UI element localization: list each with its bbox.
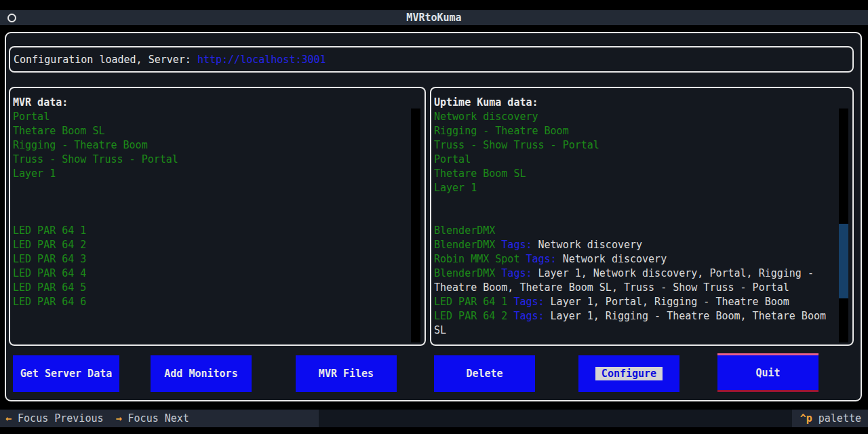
kuma-list-item: Layer 1 [434,181,852,195]
kuma-text-segment: BlenderDMX [434,224,495,237]
kuma-text-segment: Network discovery [538,239,643,251]
footer-binding-label: Focus Previous [18,412,103,425]
footer-binding-label: Focus Next [128,412,189,425]
mvr-list-item: LED PAR 64 6 [13,295,425,309]
app-title: MVRtoKuma [0,10,868,25]
footer-bar: ← Focus Previous→ Focus Next ^p palette [0,410,868,427]
kuma-text-segment: Truss - Show Truss - Portal [434,139,599,151]
kuma-text-segment: Portal [434,153,471,165]
kuma-text-segment: Rigging - Theatre Boom [434,125,569,137]
kuma-text-segment: BlenderDMX [434,267,501,279]
kuma-list-item: Robin MMX Spot Tags: Network discovery [434,252,852,267]
quit-button[interactable]: Quit [717,353,818,392]
kuma-scrollbar[interactable] [839,108,848,342]
kuma-list-item: LED PAR 64 2 Tags: Layer 1, Rigging - Th… [434,309,852,323]
kuma-scrollbar-thumb[interactable] [839,224,848,298]
footer-binding-focus-previous[interactable]: ← Focus Previous [5,412,104,425]
kuma-list-item [434,210,852,224]
server-url-link[interactable]: http://localhost:3001 [197,54,326,66]
kuma-text-segment: LED PAR 64 2 [434,310,513,322]
tags-label: Tags: [526,253,562,265]
button-label: MVR Files [319,368,374,380]
kuma-list-item [434,195,852,210]
kuma-list-item: BlenderDMX Tags: Network discovery [434,238,852,252]
mvr-list-item: LED PAR 64 3 [13,252,425,267]
mvr-list-item: Portal [13,110,425,124]
mvr-list-item: Rigging - Theatre Boom [13,138,425,153]
footer-key-bindings: ← Focus Previous→ Focus Next [0,410,319,427]
command-palette-button[interactable]: ^p palette [792,410,868,427]
configure-button[interactable]: Configure [578,353,679,392]
mvr-list-item [13,181,425,195]
kuma-list-item: SL [434,323,852,338]
mvr-list-item [13,210,425,224]
mvr-files-button[interactable]: MVR Files [296,353,397,392]
mvr-panel-title: MVR data: [13,96,425,110]
button-label: Get Server Data [20,368,112,380]
kuma-list-item: BlenderDMX [434,224,852,238]
kuma-list-item: Network discovery [434,110,852,124]
delete-button[interactable]: Delete [434,353,535,392]
kuma-text-segment: Network discovery [563,253,667,265]
kuma-list-item: Thetare Boom SL [434,167,852,181]
mvr-list-item: Layer 1 [13,167,425,181]
status-label: Configuration loaded, Server: [14,54,197,66]
tags-label: Tags: [513,310,550,322]
mvr-list-item: LED PAR 64 2 [13,238,425,252]
kuma-text-segment: Layer 1, Rigging - Theatre Boom, Thetare… [551,310,826,322]
tags-label: Tags: [501,267,538,279]
mvr-list-item [13,195,425,210]
kuma-text-segment: SL [434,324,446,336]
kuma-list-item: Portal [434,153,852,167]
kuma-list-item: BlenderDMX Tags: Layer 1, Network discov… [434,267,852,281]
button-label: Quit [755,367,780,379]
kuma-text-segment: BlenderDMX [434,239,501,251]
kuma-list-item: Theatre Boom, Thetare Boom SL, Truss - S… [434,281,852,295]
kuma-panel-title: Uptime Kuma data: [434,96,852,110]
kuma-text-segment: Layer 1, Portal, Rigging - Theatre Boom [551,296,789,308]
kuma-list-item: LED PAR 64 1 Tags: Layer 1, Portal, Rigg… [434,295,852,309]
palette-label: palette [812,412,861,425]
add-monitors-button[interactable]: Add Monitors [151,353,252,392]
mvr-list-item: LED PAR 64 1 [13,224,425,238]
status-box: Configuration loaded, Server: http://loc… [9,46,854,73]
mvr-line-list: PortalThetare Boom SLRigging - Theatre B… [13,110,425,309]
kuma-text-segment: Thetare Boom SL [434,167,526,180]
kuma-text-segment: Network discovery [434,111,538,123]
palette-key: ^p [800,412,812,425]
kuma-text-segment: Layer 1, Network discovery, Portal, Rigg… [538,267,814,279]
mvr-list-item: LED PAR 64 4 [13,267,425,281]
kuma-text-segment: LED PAR 64 1 [434,296,513,308]
title-bar: MVRtoKuma [0,10,868,25]
kuma-text-segment: Theatre Boom, Thetare Boom SL, Truss - S… [434,281,789,294]
button-label: Delete [466,368,502,380]
tags-label: Tags: [513,296,550,308]
right-arrow-key-icon: → [116,412,128,425]
get-server-data-button[interactable]: Get Server Data [13,353,119,392]
kuma-data-panel[interactable]: Uptime Kuma data: Network discoveryRiggi… [430,87,854,346]
tags-label: Tags: [501,239,538,251]
button-label: Add Monitors [164,368,237,380]
mvr-data-panel[interactable]: MVR data: PortalThetare Boom SLRigging -… [9,87,426,346]
kuma-list-item: Truss - Show Truss - Portal [434,138,852,153]
footer-binding-focus-next[interactable]: → Focus Next [116,412,189,425]
kuma-text-segment: Robin MMX Spot [434,253,526,265]
mvr-list-item: Truss - Show Truss - Portal [13,153,425,167]
mvr-scrollbar[interactable] [411,108,420,342]
mvr-list-item: Thetare Boom SL [13,124,425,138]
kuma-text-segment: Layer 1 [434,182,477,194]
mvr-list-item: LED PAR 64 5 [13,281,425,295]
button-label: Configure [595,367,663,380]
left-arrow-key-icon: ← [5,412,18,425]
kuma-line-list: Network discoveryRigging - Theatre BoomT… [434,110,852,338]
kuma-list-item: Rigging - Theatre Boom [434,124,852,138]
